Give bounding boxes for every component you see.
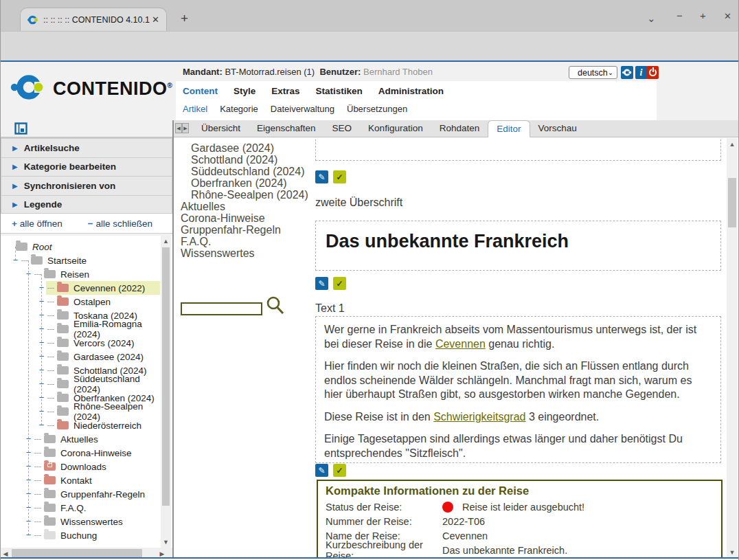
tree-expander-icon[interactable]: − xyxy=(24,489,33,499)
tree-row[interactable]: −Buchung xyxy=(1,528,172,542)
logout-power-button[interactable] xyxy=(646,66,659,79)
tree-node[interactable]: Startseite xyxy=(20,254,160,267)
tree-expander-icon[interactable]: − xyxy=(37,392,46,403)
scrollbar-thumb[interactable] xyxy=(12,549,142,557)
tree-expander-icon[interactable]: − xyxy=(37,282,46,293)
tree-expander-icon[interactable]: − xyxy=(37,351,46,361)
sidebar-collapse-handle[interactable]: ◀▶ xyxy=(175,123,189,133)
tab-vorschau[interactable]: Vorschau xyxy=(530,120,585,137)
scroll-up-icon[interactable]: ▲ xyxy=(727,141,738,148)
tree-row[interactable]: −Aktuelles xyxy=(1,432,172,446)
tree-node[interactable]: Rhône-Seealpen (2024) xyxy=(46,405,160,418)
tree-node[interactable]: Reisen xyxy=(33,267,160,281)
tab-editor[interactable]: Editor xyxy=(488,120,530,137)
subnav-item-übersetzungen[interactable]: Übersetzungen xyxy=(347,104,407,114)
tree-node-label[interactable]: Vercors (2024) xyxy=(73,338,135,348)
scroll-down-icon[interactable]: ▼ xyxy=(727,549,738,556)
tree-expander-icon[interactable]: − xyxy=(37,296,46,306)
contenido-info-button[interactable] xyxy=(621,66,633,79)
tree-node-label[interactable]: Ostalpen xyxy=(73,297,111,307)
window-maximize-icon[interactable]: + xyxy=(700,10,706,21)
tree-node[interactable]: Buchung xyxy=(33,528,160,542)
tree-row[interactable]: −Rhône-Seealpen (2024) xyxy=(1,405,172,418)
tree-row[interactable]: −Cevennen (2022) xyxy=(1,281,172,295)
tree-node-label[interactable]: Downloads xyxy=(60,462,106,472)
tree-row[interactable]: −F.A.Q. xyxy=(1,501,172,515)
page-menu-item[interactable]: F.A.Q. xyxy=(181,236,311,247)
page-menu-item[interactable]: Gruppenfahr-Regeln xyxy=(181,224,311,236)
tree-expander-icon[interactable]: − xyxy=(24,269,33,279)
tree-row[interactable]: −Startseite xyxy=(1,254,172,267)
tree-expander-icon[interactable]: − xyxy=(24,461,33,471)
nav-item-style[interactable]: Style xyxy=(234,86,255,96)
tree-node[interactable]: Cevennen (2022) xyxy=(46,281,160,295)
tree-node-label[interactable]: Buchung xyxy=(60,530,97,541)
tree-node-label[interactable]: Wissenswertes xyxy=(60,517,123,527)
subnav-item-artikel[interactable]: Artikel xyxy=(183,104,207,114)
tree-node[interactable]: Wissenswertes xyxy=(33,515,160,528)
tab-rohdaten[interactable]: Rohdaten xyxy=(431,120,488,137)
browser-tab[interactable]: :: :: :: :: CONTENIDO 4.10.1 https ✕ xyxy=(20,8,167,31)
page-menu-item[interactable]: Gardasee (2024) xyxy=(181,142,311,154)
page-menu-item[interactable]: Oberfranken (2024) xyxy=(181,177,311,189)
tree-node-label[interactable]: Startseite xyxy=(47,256,87,266)
subnav-item-kategorie[interactable]: Kategorie xyxy=(220,104,258,114)
tree-row[interactable]: −Wissenswertes xyxy=(1,515,172,528)
scroll-down-icon[interactable]: ▼ xyxy=(161,539,171,546)
nav-item-administration[interactable]: Administration xyxy=(378,86,444,96)
search-magnifier-icon[interactable] xyxy=(264,295,285,318)
tree-expander-icon[interactable]: − xyxy=(24,434,33,444)
edit-pencil-button[interactable]: ✎ xyxy=(315,277,328,290)
save-check-button[interactable]: ✓ xyxy=(333,170,346,183)
tree-row[interactable]: −Niederösterreich xyxy=(1,418,172,432)
edit-pencil-button[interactable]: ✎ xyxy=(315,464,328,477)
save-check-button[interactable]: ✓ xyxy=(333,464,346,477)
tree-node-label[interactable]: Aktuelles xyxy=(60,434,98,445)
tree-node[interactable]: Ostalpen xyxy=(46,295,160,309)
page-menu-item[interactable]: Wissenswertes xyxy=(181,247,311,259)
tab-close-icon[interactable]: ✕ xyxy=(150,14,161,25)
frame-layout-icon[interactable] xyxy=(14,122,27,135)
nav-item-extras[interactable]: Extras xyxy=(271,86,299,96)
scroll-right-icon[interactable]: ▶ xyxy=(159,550,166,557)
tree-expander-icon[interactable]: − xyxy=(37,365,46,375)
tree-node-label[interactable]: F.A.Q. xyxy=(60,503,87,513)
tree-node[interactable]: Downloads xyxy=(33,460,160,473)
tree-expander-icon[interactable]: − xyxy=(24,475,33,485)
tree-expander-icon[interactable]: − xyxy=(37,406,46,416)
sidebar-accordion-item[interactable]: ▶Artikelsuche xyxy=(1,138,172,157)
inline-link[interactable]: Cevennen xyxy=(435,338,486,350)
tree-row[interactable]: −Reisen xyxy=(1,267,172,281)
tree-node[interactable]: Aktuelles xyxy=(33,432,160,446)
open-all-link[interactable]: + alle öffnen xyxy=(12,219,62,229)
tree-node[interactable]: Emilia-Romagna (2024) xyxy=(46,322,160,336)
scroll-up-icon[interactable]: ▲ xyxy=(161,238,171,245)
tree-row[interactable]: −Gardasee (2024) xyxy=(1,350,172,363)
close-all-link[interactable]: − alle schließen xyxy=(88,219,152,229)
tree-node[interactable]: Vercors (2024) xyxy=(46,336,160,350)
content-slot-heading[interactable]: Das unbekannte Frankreich xyxy=(315,221,721,271)
tab-konfiguration[interactable]: Konfiguration xyxy=(360,120,431,137)
sidebar-accordion-item[interactable]: ▶Kategorie bearbeiten xyxy=(1,157,172,177)
tree-row[interactable]: −Downloads xyxy=(1,460,172,473)
tree-node-label[interactable]: Root xyxy=(32,242,52,252)
tree-row[interactable]: −Gruppenfahr-Regeln xyxy=(1,487,172,501)
tree-row[interactable]: −Vercors (2024) xyxy=(1,336,172,350)
tree-node[interactable]: F.A.Q. xyxy=(33,501,160,515)
scrollbar-thumb[interactable] xyxy=(728,178,736,227)
edit-pencil-button[interactable]: ✎ xyxy=(315,170,328,183)
inline-link[interactable]: Schwierigkeitsgrad xyxy=(433,411,525,423)
tree-expander-icon[interactable]: − xyxy=(11,255,20,265)
collapse-right-icon[interactable]: ▶ xyxy=(182,123,189,133)
tree-row[interactable]: −Emilia-Romagna (2024) xyxy=(1,322,172,336)
nav-item-statistiken[interactable]: Statistiken xyxy=(316,86,363,96)
tree-node-label[interactable]: Gruppenfahr-Regeln xyxy=(60,489,145,500)
tree-row[interactable]: Root xyxy=(1,240,172,254)
tree-expander-icon[interactable]: − xyxy=(37,420,46,430)
tree-vertical-scrollbar[interactable]: ▲ ▼ xyxy=(161,236,171,548)
tree-expander-icon[interactable]: − xyxy=(37,379,46,389)
tree-node[interactable]: Gruppenfahr-Regeln xyxy=(33,487,160,501)
tree-node-label[interactable]: Cevennen (2022) xyxy=(73,283,145,293)
sidebar-accordion-item[interactable]: ▶Synchronisieren von xyxy=(1,176,172,195)
new-tab-button[interactable]: + xyxy=(181,11,188,26)
